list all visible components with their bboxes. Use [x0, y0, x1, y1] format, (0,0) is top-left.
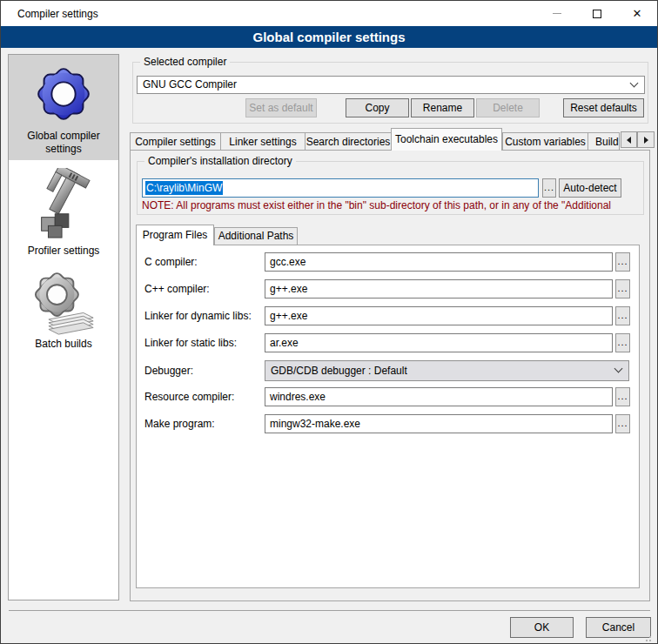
compiler-select-value: GNU GCC Compiler: [143, 78, 237, 91]
cpp-compiler-input[interactable]: g++.exe: [265, 279, 613, 299]
scroll-left-icon: [627, 137, 631, 144]
maximize-icon: [593, 10, 601, 18]
linker-static-browse-button[interactable]: ...: [615, 333, 630, 352]
blue-gear-icon: [30, 60, 97, 128]
install-dir-selected-text: C:\raylib\MinGW: [145, 181, 223, 195]
debugger-select[interactable]: GDB/CDB debugger : Default: [265, 360, 629, 381]
cpp-compiler-label: C++ compiler:: [144, 283, 210, 295]
reset-defaults-button[interactable]: Reset defaults: [563, 98, 644, 117]
tab-scroll-right-button[interactable]: [637, 131, 655, 148]
tab-scroll-left-button[interactable]: [621, 131, 637, 148]
sidebar-item-label: Global compiler settings: [9, 130, 118, 156]
make-program-label: Make program:: [144, 418, 215, 430]
cpp-compiler-browse-button[interactable]: ...: [615, 279, 630, 299]
sidebar-item-label: Profiler settings: [9, 245, 118, 258]
selected-compiler-group-label: Selected compiler: [140, 56, 230, 68]
chevron-down-icon: [614, 365, 623, 373]
autodetect-button[interactable]: Auto-detect: [559, 178, 621, 198]
resource-compiler-input[interactable]: windres.exe: [265, 387, 613, 406]
debugger-select-value: GDB/CDB debugger : Default: [271, 365, 407, 377]
sidebar-item-profiler-settings[interactable]: Profiler settings: [9, 163, 118, 265]
titlebar: Compiler settings ✕: [1, 1, 657, 26]
linker-static-label: Linker for static libs:: [144, 337, 237, 349]
tab-additional-paths[interactable]: Additional Paths: [214, 227, 298, 245]
linker-dynamic-input[interactable]: g++.exe: [265, 306, 613, 325]
cancel-button[interactable]: Cancel: [586, 617, 651, 638]
rename-button[interactable]: Rename: [411, 98, 474, 117]
close-icon: ✕: [633, 8, 642, 19]
tab-program-files[interactable]: Program Files: [136, 225, 214, 245]
note-text: NOTE: All programs must exist either in …: [142, 199, 641, 212]
window-controls: ✕: [537, 1, 657, 26]
sidebar-item-batch-builds[interactable]: Batch builds: [9, 266, 118, 365]
c-compiler-browse-button[interactable]: ...: [615, 252, 630, 272]
resource-compiler-label: Resource compiler:: [144, 391, 234, 403]
minimize-button[interactable]: [537, 1, 577, 26]
resource-compiler-browse-button[interactable]: ...: [615, 387, 630, 406]
caliper-icon: [30, 168, 97, 243]
install-dir-input[interactable]: C:\raylib\MinGW: [142, 178, 539, 198]
chevron-down-icon: [630, 78, 639, 87]
debugger-label: Debugger:: [144, 365, 193, 377]
linker-static-input[interactable]: ar.exe: [265, 333, 613, 352]
tab-custom-variables[interactable]: Custom variables: [502, 132, 588, 151]
tab-compiler-settings[interactable]: Compiler settings: [130, 132, 221, 151]
close-button[interactable]: ✕: [617, 1, 657, 26]
linker-dynamic-browse-button[interactable]: ...: [615, 306, 630, 325]
install-dir-browse-button[interactable]: ...: [542, 178, 556, 198]
page-title: Global compiler settings: [1, 26, 657, 48]
sidebar-item-global-compiler-settings[interactable]: Global compiler settings: [9, 55, 118, 160]
scroll-right-icon: [644, 137, 648, 144]
resize-grip[interactable]: [649, 636, 651, 638]
tab-toolchain-executables[interactable]: Toolchain executables: [391, 128, 502, 151]
set-as-default-button[interactable]: Set as default: [245, 98, 317, 117]
gray-gear-icon: [30, 272, 97, 336]
linker-dynamic-label: Linker for dynamic libs:: [144, 310, 252, 322]
c-compiler-label: C compiler:: [144, 256, 198, 268]
sidebar-item-label: Batch builds: [9, 338, 118, 351]
tab-build-options[interactable]: Build options: [588, 132, 620, 151]
ok-button[interactable]: OK: [510, 617, 574, 638]
minimize-icon: [553, 13, 561, 14]
c-compiler-input[interactable]: gcc.exe: [265, 252, 613, 272]
delete-button[interactable]: Delete: [476, 98, 540, 117]
tab-search-directories[interactable]: Search directories: [305, 132, 392, 151]
compiler-settings-dialog: Compiler settings ✕ Global compiler sett…: [0, 0, 658, 644]
tab-linker-settings[interactable]: Linker settings: [220, 132, 306, 151]
make-program-input[interactable]: mingw32-make.exe: [265, 414, 613, 433]
install-dir-group-label: Compiler's installation directory: [144, 155, 296, 167]
make-program-browse-button[interactable]: ...: [615, 414, 630, 433]
compiler-select[interactable]: GNU GCC Compiler: [137, 76, 645, 94]
window-title: Compiler settings: [17, 8, 98, 20]
maximize-button[interactable]: [577, 1, 617, 26]
copy-button[interactable]: Copy: [346, 98, 409, 117]
footer-separator: [9, 610, 650, 611]
